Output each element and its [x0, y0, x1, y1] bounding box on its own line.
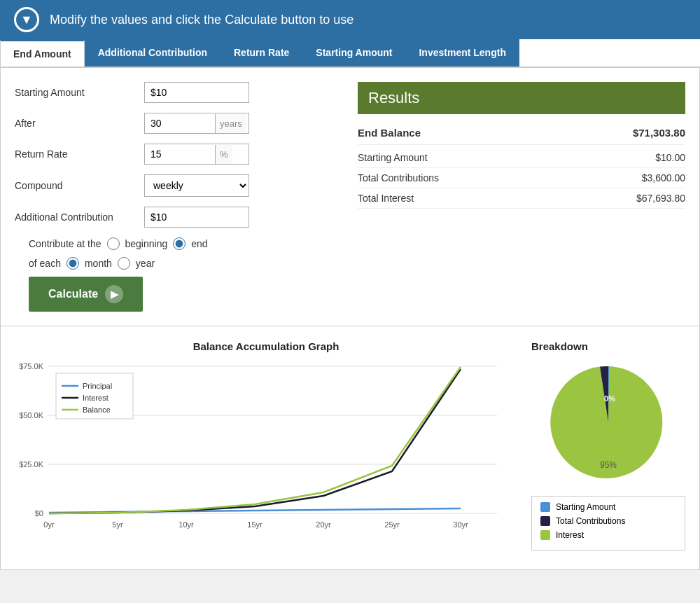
tab-investment-length[interactable]: Investment Length — [405, 39, 519, 67]
total-interest-row: Total Interest $67,693.80 — [358, 188, 685, 209]
starting-amount-color — [540, 502, 550, 512]
end-balance-label: End Balance — [358, 127, 421, 139]
svg-text:0%: 0% — [604, 394, 615, 403]
form-section: Starting Amount After years Return Rate … — [15, 82, 337, 312]
frequency-row: of each month year — [15, 257, 337, 270]
header-icon: ▼ — [14, 7, 39, 32]
contribute-timing-row: Contribute at the beginning end — [15, 237, 337, 250]
pie-chart: 0% 95% — [545, 359, 671, 485]
svg-text:5yr: 5yr — [112, 520, 123, 529]
svg-text:Balance: Balance — [83, 406, 111, 414]
total-contributions-row: Total Contributions $3,600.00 — [358, 168, 685, 188]
starting-amount-result-label: Starting Amount — [358, 152, 428, 163]
after-unit: years — [215, 114, 246, 133]
compound-label: Compound — [15, 180, 137, 191]
calculate-button[interactable]: Calculate ▶ — [29, 277, 143, 312]
contribute-label: Contribute at the — [29, 238, 102, 249]
end-balance-row: End Balance $71,303.80 — [358, 123, 685, 145]
interest-color — [540, 530, 550, 540]
starting-amount-result-row: Starting Amount $10.00 — [358, 148, 685, 168]
after-input-group: years — [144, 113, 249, 134]
svg-text:$75.0K: $75.0K — [19, 362, 44, 370]
beginning-radio[interactable] — [107, 237, 120, 250]
svg-text:$0: $0 — [35, 509, 43, 518]
return-rate-unit: % — [215, 145, 232, 164]
calculate-arrow-icon: ▶ — [105, 285, 123, 303]
starting-amount-input[interactable] — [144, 82, 249, 103]
svg-text:95%: 95% — [600, 460, 617, 470]
year-label: year — [136, 258, 155, 269]
svg-text:Interest: Interest — [83, 394, 108, 402]
balance-graph: $75.0K $50.0K $25.0K $0 0yr 5yr 10yr 15y… — [15, 359, 517, 555]
total-contributions-legend-label: Total Contributions — [556, 516, 625, 526]
tab-end-amount[interactable]: End Amount — [0, 39, 85, 67]
main-card: Starting Amount After years Return Rate … — [0, 67, 700, 326]
total-interest-label: Total Interest — [358, 193, 414, 204]
pie-container: 0% 95% — [531, 359, 685, 485]
total-contributions-color — [540, 516, 550, 526]
tab-starting-amount[interactable]: Starting Amount — [302, 39, 405, 67]
beginning-label: beginning — [125, 238, 168, 249]
end-label: end — [191, 238, 207, 249]
svg-text:30yr: 30yr — [453, 520, 468, 529]
svg-text:25yr: 25yr — [384, 520, 400, 529]
breakdown-legend: Starting Amount Total Contributions Inte… — [531, 496, 685, 550]
starting-amount-result-value: $10.00 — [655, 152, 685, 163]
svg-text:$25.0K: $25.0K — [19, 460, 44, 469]
return-rate-input-group: % — [144, 144, 249, 165]
tabs-container: End Amount Additional Contribution Retur… — [0, 39, 700, 67]
svg-text:0yr: 0yr — [43, 520, 55, 529]
additional-contribution-label: Additional Contribution — [15, 212, 137, 223]
svg-text:Principal: Principal — [83, 382, 112, 390]
legend-total-contributions: Total Contributions — [540, 516, 676, 526]
compound-select[interactable]: weekly daily bi-weekly monthly quarterly… — [144, 174, 249, 197]
header: ▼ Modify the values and click the Calcul… — [0, 0, 700, 39]
starting-amount-legend-label: Starting Amount — [556, 502, 615, 512]
results-header: Results — [358, 82, 685, 114]
svg-text:15yr: 15yr — [247, 520, 262, 529]
breakdown-section: Breakdown 0% 95% Starting Amount — [531, 340, 685, 555]
graph-section: Balance Accumulation Graph $75.0K $50.0K… — [15, 340, 517, 555]
compound-row: Compound weekly daily bi-weekly monthly … — [15, 174, 337, 197]
total-interest-value: $67,693.80 — [636, 193, 685, 204]
calculate-label: Calculate — [48, 288, 98, 300]
starting-amount-row: Starting Amount — [15, 82, 337, 103]
end-balance-value: $71,303.80 — [633, 127, 685, 139]
breakdown-title: Breakdown — [531, 340, 685, 352]
return-rate-input[interactable] — [145, 144, 215, 164]
interest-legend-label: Interest — [556, 530, 584, 540]
return-rate-row: Return Rate % — [15, 144, 337, 165]
svg-text:20yr: 20yr — [316, 520, 331, 529]
month-label: month — [85, 258, 112, 269]
after-row: After years — [15, 113, 337, 134]
graph-title: Balance Accumulation Graph — [15, 340, 517, 352]
svg-text:$50.0K: $50.0K — [19, 411, 44, 420]
graph-container: $75.0K $50.0K $25.0K $0 0yr 5yr 10yr 15y… — [15, 359, 517, 555]
total-contributions-label: Total Contributions — [358, 172, 439, 183]
total-contributions-value: $3,600.00 — [642, 172, 685, 183]
month-radio[interactable] — [66, 257, 79, 270]
tab-additional-contribution[interactable]: Additional Contribution — [85, 39, 220, 67]
legend-interest: Interest — [540, 530, 676, 540]
year-radio[interactable] — [118, 257, 130, 270]
after-label: After — [15, 118, 137, 129]
svg-text:10yr: 10yr — [178, 520, 194, 529]
additional-contribution-row: Additional Contribution — [15, 207, 337, 228]
bottom-section: Balance Accumulation Graph $75.0K $50.0K… — [0, 326, 700, 570]
end-radio[interactable] — [173, 237, 186, 250]
return-rate-label: Return Rate — [15, 148, 137, 160]
header-text: Modify the values and click the Calculat… — [50, 13, 354, 27]
legend-starting-amount: Starting Amount — [540, 502, 676, 512]
additional-contribution-input[interactable] — [144, 207, 249, 228]
of-each-label: of each — [29, 258, 61, 269]
after-input[interactable] — [145, 113, 215, 133]
tab-return-rate[interactable]: Return Rate — [220, 39, 302, 67]
starting-amount-label: Starting Amount — [15, 87, 137, 98]
results-section: Results End Balance $71,303.80 Starting … — [358, 82, 685, 312]
